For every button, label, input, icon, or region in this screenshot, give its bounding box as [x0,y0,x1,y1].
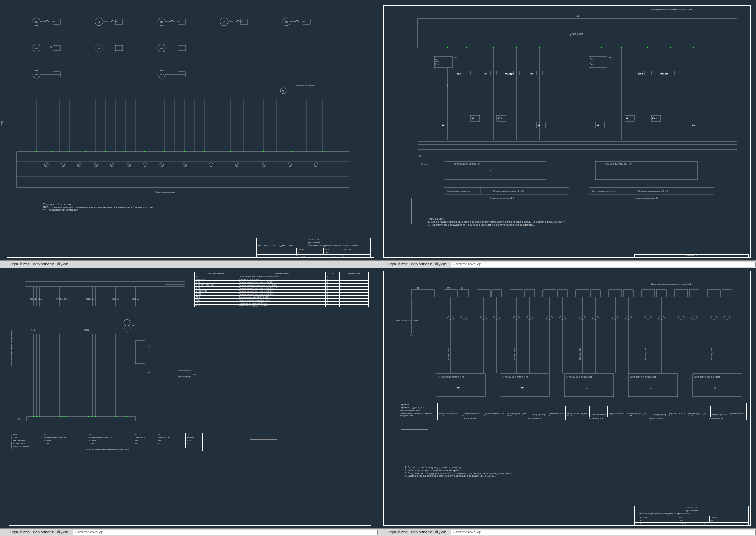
row-tag: Ruler [0,121,4,127]
svg-text:A1.2: A1.2 [576,15,579,17]
svg-rect-213 [558,290,567,297]
svg-text:Статус «авария» вентилятора: Статус «авария» вентилятора [592,190,615,192]
svg-rect-208 [477,290,490,297]
svg-text:Откл.: Откл. [435,60,439,62]
svg-text:ВВГнг-4х2,5   25 м: ВВГнг-4х2,5 25 м [645,347,647,360]
svg-text:Пожарная сигнализация: Пожарная сигнализация [296,84,315,86]
svg-text:Ввод сети 380 В 50 Гц, 4+PE: Ввод сети 380 В 50 Гц, 4+PE [396,319,419,321]
svg-rect-202 [126,416,127,417]
svg-text:EC: EC [490,170,493,172]
svg-text:K8.1: K8.1 [530,73,533,75]
svg-rect-139 [447,47,448,48]
svg-rect-185 [135,341,145,364]
svg-text:KM2.1: KM2.1 [84,329,89,331]
svg-rect-190 [27,416,135,421]
note2: 2. Подключение оборудования и приборов у… [428,223,565,226]
svg-text:L N PE COM NC  OHPGND 0-10 PE: L N PE COM NC OHPGND 0-10 PE [566,376,593,378]
legend-l2: YA - пожарная сигнализация [43,209,153,212]
note1: 1. До нарезки кабеля длину уточнить по м… [405,466,513,469]
viewport-tr: Шкаф управления вытяжными вентиляторами … [378,0,756,268]
svg-rect-79 [85,151,86,152]
svg-text:L N PE COM NC  OHPGND 0-10 PE: L N PE COM NC OHPGND 0-10 PE [694,376,721,378]
svg-rect-84 [184,151,185,152]
svg-rect-77 [52,151,53,152]
svg-rect-83 [164,151,165,152]
svg-rect-148 [694,47,695,48]
title-block-br: ПРОЕКТ-АК Адрес объекта Автоматизация и … [634,506,749,526]
status-text: Первый угол: Противоположный угол: [0,530,68,534]
svg-text:ПК: ПК [282,90,284,92]
note3: 3. Подключение оборудования и приборов у… [405,472,513,475]
svg-text:QF8.1 1,6-2,5 А: QF8.1 1,6-2,5 А [30,298,42,300]
svg-text:Ручн.: Ручн. [435,63,439,65]
svg-text:M5: M5 [285,21,288,23]
svg-text:Управление вентилятором В 3: Управление вентилятором В 3 [635,197,658,199]
svg-rect-201 [115,416,116,417]
svg-text:K7: K7 [538,124,540,126]
svg-text:M9: M9 [35,74,38,76]
svg-text:SA3: SA3 [609,56,612,58]
svg-rect-222 [707,290,720,297]
command-input[interactable]: Введите команду [73,530,378,535]
svg-rect-86 [230,151,231,152]
svg-rect-211 [525,290,534,297]
svg-rect-221 [689,290,699,297]
svg-text:QF10.1 2А: QF10.1 2А [86,298,94,300]
svg-rect-196 [62,416,63,417]
svg-rect-219 [656,290,666,297]
svg-rect-141 [493,47,494,48]
command-input[interactable]: Введите команду [451,262,756,267]
svg-text:M8: M8 [160,47,162,49]
svg-rect-146 [647,47,648,48]
svg-text:K9.2: K9.2 [626,117,630,119]
svg-text:Авт.: Авт. [435,58,438,60]
svg-rect-192 [33,416,34,417]
svg-rect-207 [459,290,469,297]
svg-text:ВВГнг-4х2,5   20 м: ВВГнг-4х2,5 20 м [579,347,581,360]
svg-text:QF9.1 1,6-2,5 А: QF9.1 1,6-2,5 А [56,298,68,300]
viewport-br: Шкаф управления вытяжными вентиляторами … [378,268,756,536]
svg-rect-80 [105,151,106,152]
svg-text:COM NO  GNDx OV 10V  IOBJ +10V: COM NO GNDx OV 10V IOBJ +10V [605,163,632,165]
svg-rect-212 [543,290,556,297]
svg-rect-204 [411,290,434,297]
svg-rect-85 [204,151,205,152]
viewport-bl: Шкаф управления вытяжными вентиляторами … [0,268,378,536]
svg-text:K6: K6 [442,124,444,126]
svg-text:ВВГнг-4х2,5   30 м: ВВГнг-4х2,5 30 м [710,347,712,360]
svg-text:Шкаф управления вытяжными вент: Шкаф управления вытяжными вентиляторами … [651,9,693,11]
svg-rect-223 [722,290,732,297]
svg-text:K10.1: K10.1 [652,117,657,119]
spec-table: Поз. обозначениеНаименованиеКол.Примечан… [194,272,369,308]
svg-rect-147 [670,47,671,48]
svg-text:K10.2: K10.2 [638,73,642,75]
svg-rect-206 [444,290,457,297]
svg-rect-217 [623,290,633,297]
svg-text:SA2.2 'руч.': SA2.2 'руч.' [505,73,514,75]
svg-text:L N PE COM NC  OHPGND 0-10 PE: L N PE COM NC OHPGND 0-10 PE [437,376,464,378]
svg-text:X1: X1 [461,287,463,289]
svg-text:EC: EC [521,387,524,389]
svg-rect-193 [36,416,37,417]
svg-text:KM1.1: KM1.1 [30,329,35,331]
viewport-tl: M1 M2 M3 M4 M5 [0,0,378,268]
status-text: Первый угол: Противоположный угол: [378,262,446,266]
svg-rect-188 [178,370,191,376]
svg-text:COM NO  GNDx OV 10V  IOBJ +10V: COM NO GNDx OV 10V IOBJ +10V [454,163,481,165]
command-input[interactable]: Введите команду [451,530,756,535]
svg-text:Плавная регулировка скорости (: Плавная регулировка скорости (0-10 В) [494,190,524,192]
svg-rect-143 [539,47,540,48]
svg-text:KF2.2: KF2.2 [147,346,151,348]
svg-rect-140 [466,47,467,48]
svg-rect-200 [95,416,96,417]
svg-text:EC: EC [641,170,644,172]
svg-rect-81 [125,151,126,152]
note4: 4. Заземление шкафов выполнить желто-зел… [405,475,513,478]
legend-l1: NSA - пусковое реле для управления элект… [43,206,153,209]
svg-rect-218 [641,290,655,297]
svg-text:K5.1: K5.1 [457,73,461,75]
svg-text:Плавная регулировка скорости (: Плавная регулировка скорости (0-10 В) [638,190,669,192]
svg-rect-199 [92,416,93,417]
svg-text:Откл.: Откл. [590,60,594,62]
notes-title: Примечание : [428,218,565,220]
